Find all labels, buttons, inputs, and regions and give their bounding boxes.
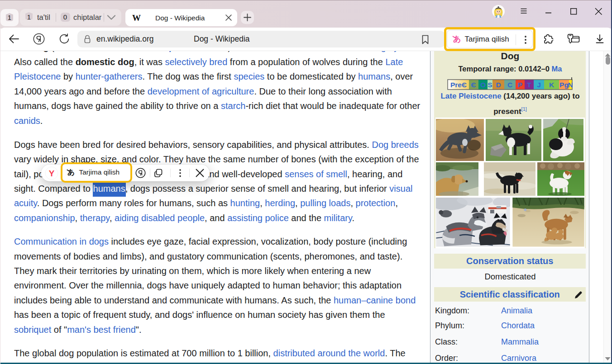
svg-text:1: 1 <box>8 14 11 21</box>
svg-text:D: D <box>496 81 501 89</box>
svg-text:0: 0 <box>63 13 67 21</box>
svg-text:chiptalar: chiptalar <box>73 13 102 21</box>
svg-text:W: W <box>132 13 141 23</box>
svg-text:1: 1 <box>27 13 31 21</box>
svg-text:P: P <box>518 81 522 89</box>
svg-text:Dog - Wikipedia: Dog - Wikipedia <box>155 14 205 22</box>
svg-text:ta'til: ta'til <box>37 13 50 21</box>
svg-text:C: C <box>507 81 512 89</box>
svg-text:Y: Y <box>49 169 55 178</box>
svg-text:T: T <box>527 81 531 89</box>
svg-text:Є: Є <box>471 81 476 89</box>
svg-text:PreЄ: PreЄ <box>450 81 467 89</box>
svg-text:Pg: Pg <box>559 81 569 89</box>
svg-text:N: N <box>568 81 573 89</box>
svg-text:K: K <box>549 81 555 89</box>
svg-text:J: J <box>537 81 541 89</box>
svg-text:O: O <box>480 81 486 89</box>
svg-text:S: S <box>488 81 492 89</box>
